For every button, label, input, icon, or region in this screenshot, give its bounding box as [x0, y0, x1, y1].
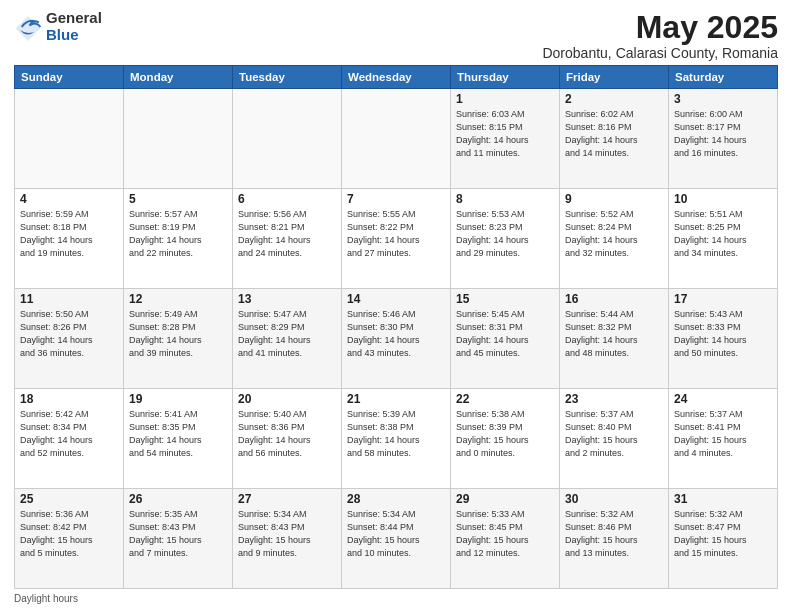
calendar-header-thursday: Thursday [451, 66, 560, 89]
calendar-cell: 22Sunrise: 5:38 AM Sunset: 8:39 PM Dayli… [451, 389, 560, 489]
title-block: May 2025 Dorobantu, Calarasi County, Rom… [542, 10, 778, 61]
day-number: 8 [456, 192, 554, 206]
day-number: 3 [674, 92, 772, 106]
day-info: Sunrise: 5:37 AM Sunset: 8:40 PM Dayligh… [565, 408, 663, 460]
calendar-header-saturday: Saturday [669, 66, 778, 89]
day-number: 18 [20, 392, 118, 406]
day-info: Sunrise: 5:55 AM Sunset: 8:22 PM Dayligh… [347, 208, 445, 260]
calendar-cell: 21Sunrise: 5:39 AM Sunset: 8:38 PM Dayli… [342, 389, 451, 489]
page: General Blue May 2025 Dorobantu, Calaras… [0, 0, 792, 612]
calendar-week-5: 25Sunrise: 5:36 AM Sunset: 8:42 PM Dayli… [15, 489, 778, 589]
day-info: Sunrise: 5:57 AM Sunset: 8:19 PM Dayligh… [129, 208, 227, 260]
day-info: Sunrise: 6:03 AM Sunset: 8:15 PM Dayligh… [456, 108, 554, 160]
day-info: Sunrise: 5:43 AM Sunset: 8:33 PM Dayligh… [674, 308, 772, 360]
calendar-cell: 25Sunrise: 5:36 AM Sunset: 8:42 PM Dayli… [15, 489, 124, 589]
day-number: 13 [238, 292, 336, 306]
day-number: 31 [674, 492, 772, 506]
calendar-cell: 26Sunrise: 5:35 AM Sunset: 8:43 PM Dayli… [124, 489, 233, 589]
day-info: Sunrise: 5:38 AM Sunset: 8:39 PM Dayligh… [456, 408, 554, 460]
calendar-header-wednesday: Wednesday [342, 66, 451, 89]
day-number: 7 [347, 192, 445, 206]
day-number: 21 [347, 392, 445, 406]
day-number: 19 [129, 392, 227, 406]
svg-marker-0 [16, 16, 41, 41]
header: General Blue May 2025 Dorobantu, Calaras… [14, 10, 778, 61]
title-month: May 2025 [542, 10, 778, 45]
day-number: 9 [565, 192, 663, 206]
calendar-cell: 31Sunrise: 5:32 AM Sunset: 8:47 PM Dayli… [669, 489, 778, 589]
day-number: 24 [674, 392, 772, 406]
day-number: 22 [456, 392, 554, 406]
calendar-cell: 8Sunrise: 5:53 AM Sunset: 8:23 PM Daylig… [451, 189, 560, 289]
calendar-cell [15, 89, 124, 189]
day-info: Sunrise: 5:45 AM Sunset: 8:31 PM Dayligh… [456, 308, 554, 360]
calendar-cell: 28Sunrise: 5:34 AM Sunset: 8:44 PM Dayli… [342, 489, 451, 589]
logo: General Blue [14, 10, 102, 43]
day-info: Sunrise: 5:59 AM Sunset: 8:18 PM Dayligh… [20, 208, 118, 260]
calendar-cell: 1Sunrise: 6:03 AM Sunset: 8:15 PM Daylig… [451, 89, 560, 189]
calendar-cell: 20Sunrise: 5:40 AM Sunset: 8:36 PM Dayli… [233, 389, 342, 489]
day-number: 14 [347, 292, 445, 306]
calendar-header-sunday: Sunday [15, 66, 124, 89]
day-info: Sunrise: 5:44 AM Sunset: 8:32 PM Dayligh… [565, 308, 663, 360]
calendar-cell: 18Sunrise: 5:42 AM Sunset: 8:34 PM Dayli… [15, 389, 124, 489]
day-number: 25 [20, 492, 118, 506]
day-info: Sunrise: 5:46 AM Sunset: 8:30 PM Dayligh… [347, 308, 445, 360]
calendar-cell: 10Sunrise: 5:51 AM Sunset: 8:25 PM Dayli… [669, 189, 778, 289]
calendar-header-row: SundayMondayTuesdayWednesdayThursdayFrid… [15, 66, 778, 89]
day-number: 30 [565, 492, 663, 506]
day-info: Sunrise: 5:50 AM Sunset: 8:26 PM Dayligh… [20, 308, 118, 360]
calendar-cell: 30Sunrise: 5:32 AM Sunset: 8:46 PM Dayli… [560, 489, 669, 589]
day-info: Sunrise: 5:47 AM Sunset: 8:29 PM Dayligh… [238, 308, 336, 360]
calendar-cell: 3Sunrise: 6:00 AM Sunset: 8:17 PM Daylig… [669, 89, 778, 189]
day-number: 15 [456, 292, 554, 306]
day-info: Sunrise: 5:34 AM Sunset: 8:44 PM Dayligh… [347, 508, 445, 560]
day-number: 23 [565, 392, 663, 406]
day-number: 16 [565, 292, 663, 306]
calendar-cell: 2Sunrise: 6:02 AM Sunset: 8:16 PM Daylig… [560, 89, 669, 189]
calendar-cell: 11Sunrise: 5:50 AM Sunset: 8:26 PM Dayli… [15, 289, 124, 389]
day-info: Sunrise: 5:56 AM Sunset: 8:21 PM Dayligh… [238, 208, 336, 260]
day-number: 2 [565, 92, 663, 106]
day-number: 26 [129, 492, 227, 506]
logo-blue-text: Blue [46, 27, 102, 44]
day-info: Sunrise: 5:40 AM Sunset: 8:36 PM Dayligh… [238, 408, 336, 460]
calendar-cell: 16Sunrise: 5:44 AM Sunset: 8:32 PM Dayli… [560, 289, 669, 389]
calendar-week-2: 4Sunrise: 5:59 AM Sunset: 8:18 PM Daylig… [15, 189, 778, 289]
calendar-cell: 7Sunrise: 5:55 AM Sunset: 8:22 PM Daylig… [342, 189, 451, 289]
day-info: Sunrise: 5:51 AM Sunset: 8:25 PM Dayligh… [674, 208, 772, 260]
calendar-cell [124, 89, 233, 189]
calendar-table: SundayMondayTuesdayWednesdayThursdayFrid… [14, 65, 778, 589]
day-number: 10 [674, 192, 772, 206]
day-number: 1 [456, 92, 554, 106]
day-info: Sunrise: 5:32 AM Sunset: 8:47 PM Dayligh… [674, 508, 772, 560]
day-number: 20 [238, 392, 336, 406]
day-info: Sunrise: 5:33 AM Sunset: 8:45 PM Dayligh… [456, 508, 554, 560]
calendar-cell: 19Sunrise: 5:41 AM Sunset: 8:35 PM Dayli… [124, 389, 233, 489]
day-info: Sunrise: 5:37 AM Sunset: 8:41 PM Dayligh… [674, 408, 772, 460]
day-info: Sunrise: 5:39 AM Sunset: 8:38 PM Dayligh… [347, 408, 445, 460]
day-number: 17 [674, 292, 772, 306]
calendar-cell: 13Sunrise: 5:47 AM Sunset: 8:29 PM Dayli… [233, 289, 342, 389]
footer-note: Daylight hours [14, 593, 778, 604]
day-info: Sunrise: 5:32 AM Sunset: 8:46 PM Dayligh… [565, 508, 663, 560]
calendar-cell: 12Sunrise: 5:49 AM Sunset: 8:28 PM Dayli… [124, 289, 233, 389]
calendar-cell [342, 89, 451, 189]
calendar-cell: 15Sunrise: 5:45 AM Sunset: 8:31 PM Dayli… [451, 289, 560, 389]
calendar-cell: 29Sunrise: 5:33 AM Sunset: 8:45 PM Dayli… [451, 489, 560, 589]
day-info: Sunrise: 5:42 AM Sunset: 8:34 PM Dayligh… [20, 408, 118, 460]
calendar-header-tuesday: Tuesday [233, 66, 342, 89]
logo-general-text: General [46, 10, 102, 27]
calendar-cell: 17Sunrise: 5:43 AM Sunset: 8:33 PM Dayli… [669, 289, 778, 389]
day-number: 5 [129, 192, 227, 206]
calendar-week-3: 11Sunrise: 5:50 AM Sunset: 8:26 PM Dayli… [15, 289, 778, 389]
day-info: Sunrise: 6:00 AM Sunset: 8:17 PM Dayligh… [674, 108, 772, 160]
calendar-cell: 9Sunrise: 5:52 AM Sunset: 8:24 PM Daylig… [560, 189, 669, 289]
calendar-cell: 24Sunrise: 5:37 AM Sunset: 8:41 PM Dayli… [669, 389, 778, 489]
calendar-cell: 14Sunrise: 5:46 AM Sunset: 8:30 PM Dayli… [342, 289, 451, 389]
day-number: 28 [347, 492, 445, 506]
calendar-cell: 4Sunrise: 5:59 AM Sunset: 8:18 PM Daylig… [15, 189, 124, 289]
day-info: Sunrise: 5:49 AM Sunset: 8:28 PM Dayligh… [129, 308, 227, 360]
logo-text: General Blue [46, 10, 102, 43]
day-number: 29 [456, 492, 554, 506]
